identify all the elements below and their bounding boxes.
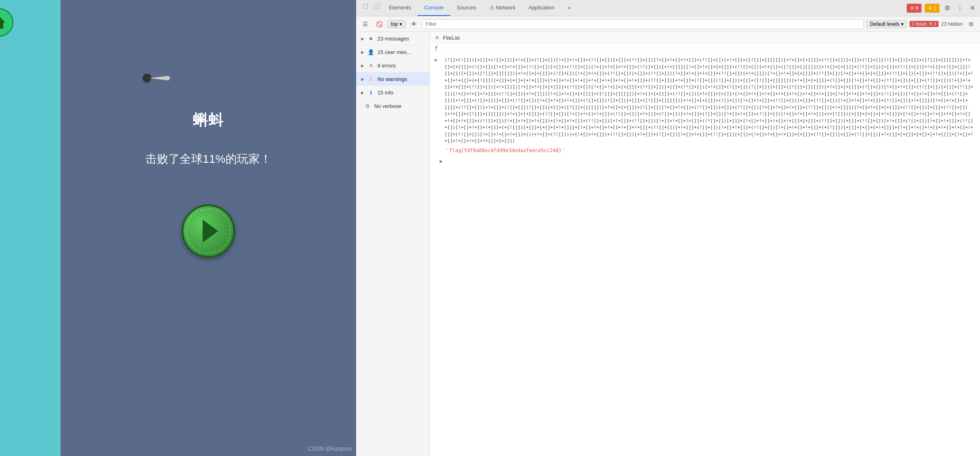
sidebar-item-warnings[interactable]: ▶ ⚠ No warnings	[356, 72, 429, 86]
user-icon: 👤	[368, 49, 374, 55]
info-icon: ℹ	[368, 89, 374, 96]
tab-application[interactable]: Application	[522, 0, 561, 16]
arrow-icon: ▶	[361, 90, 364, 95]
devtools-content: ▶ ≡ 23 messages ▶ 👤 15 user mes... ▶ ✕ 8…	[356, 32, 980, 456]
filelist-close-btn[interactable]: ✕	[435, 34, 440, 41]
default-levels-btn[interactable]: Default levels ▾	[866, 20, 907, 28]
devtools-panel: ⬚ ⬜ Elements Console Sources ⚠ Network A…	[356, 0, 980, 456]
bird-sprite	[142, 74, 170, 83]
arrow-icon: ▶	[361, 63, 364, 68]
sidebar-item-verbose[interactable]: ⚙ No verbose	[356, 99, 429, 113]
device-toolbar-btn[interactable]: ⬜	[371, 0, 382, 11]
hidden-count: 23 hidden	[941, 21, 963, 27]
sidebar-item-user[interactable]: ▶ 👤 15 user mes...	[356, 45, 429, 59]
warning-badge[interactable]: ✕ 1	[925, 4, 939, 13]
issue-badge[interactable]: 1 Issue: ✕ 1	[910, 21, 939, 27]
game-subtitle: 击败了全球11%的玩家！	[145, 151, 271, 167]
more-btn[interactable]: ⋮	[955, 2, 965, 13]
game-title: 蝌蚪	[193, 110, 224, 130]
devtools-right-icons: ✕ 8 ✕ 1 ⚙ ⋮ ✕	[907, 0, 977, 16]
tab-elements[interactable]: Elements	[382, 0, 418, 16]
play-button[interactable]	[182, 204, 235, 258]
sidebar-toggle-btn[interactable]: ☰	[359, 18, 371, 30]
devtools-toolbar: ☰ 🚫 top ▾ 👁 Default levels ▾ 1 Issue: ✕ …	[356, 16, 980, 32]
messages-icon: ≡	[368, 35, 374, 42]
game-left-panel	[0, 0, 61, 456]
settings-btn[interactable]: ⚙	[943, 2, 952, 13]
code-content: (![]+(![]))[+[]]+(![]+[])[+!+[]]+(![]+[]…	[445, 57, 975, 145]
sidebar-item-messages[interactable]: ▶ ≡ 23 messages	[356, 32, 429, 45]
inspect-element-btn[interactable]: ⬚	[359, 0, 371, 11]
expand-arrow[interactable]: ▶	[435, 57, 441, 64]
clear-console-btn[interactable]: 🚫	[373, 18, 385, 30]
home-icon	[0, 14, 7, 31]
bird-wings	[149, 76, 170, 81]
warning-icon: ⚠	[368, 76, 374, 82]
console-sidebar: ▶ ≡ 23 messages ▶ 👤 15 user mes... ▶ ✕ 8…	[356, 32, 430, 456]
play-icon	[203, 220, 218, 243]
watermark: CSDN @konpure	[308, 445, 352, 452]
svg-rect-1	[0, 25, 1, 29]
tab-sources[interactable]: Sources	[450, 0, 483, 16]
console-output[interactable]: ✕ FileList ƒ ▶ (![]+(![]))[+[]]+(![]+[])…	[430, 32, 980, 456]
sidebar-item-info[interactable]: ▶ ℹ 15 info	[356, 86, 429, 99]
verbose-icon: ⚙	[364, 103, 371, 109]
arrow-icon: ▶	[361, 36, 364, 41]
arrow-icon: ▶	[361, 50, 364, 54]
sidebar-item-errors[interactable]: ▶ ✕ 8 errors	[356, 59, 429, 72]
game-main-panel: 蝌蚪 击败了全球11%的玩家！ CSDN @konpure	[61, 0, 356, 456]
code-line-main: ▶ (![]+(![]))[+[]]+(![]+[])[+!+[]]+(![]+…	[435, 56, 975, 145]
close-btn[interactable]: ✕	[968, 2, 977, 13]
code-output-area: ▶ (![]+(![]))[+[]]+(![]+[])[+!+[]]+(![]+…	[430, 53, 980, 456]
function-label: ƒ	[430, 44, 980, 53]
filelist-header: ✕ FileList	[430, 32, 980, 44]
devtools-tabbar: ⬚ ⬜ Elements Console Sources ⚠ Network A…	[356, 0, 980, 16]
result-arrow: ▶	[435, 156, 975, 166]
tab-more[interactable]: »	[561, 0, 577, 16]
eye-btn[interactable]: 👁	[408, 18, 420, 30]
context-selector[interactable]: top ▾	[387, 20, 406, 28]
game-area: 蝌蚪 击败了全球11%的玩家！ CSDN @konpure	[0, 0, 356, 456]
filter-input[interactable]	[422, 19, 864, 29]
flag-output: 'flag{fdf9a88ec4fdd9e3dedaafeece5cc248}'	[435, 145, 975, 156]
tab-network[interactable]: ⚠ Network	[483, 0, 522, 16]
tab-console[interactable]: Console	[418, 0, 450, 16]
error-badge[interactable]: ✕ 8	[907, 4, 921, 13]
error-icon: ✕	[368, 62, 374, 69]
filelist-label: FileList	[443, 35, 460, 41]
arrow-icon: ▶	[361, 77, 364, 81]
gear-btn[interactable]: ⚙	[965, 18, 977, 30]
